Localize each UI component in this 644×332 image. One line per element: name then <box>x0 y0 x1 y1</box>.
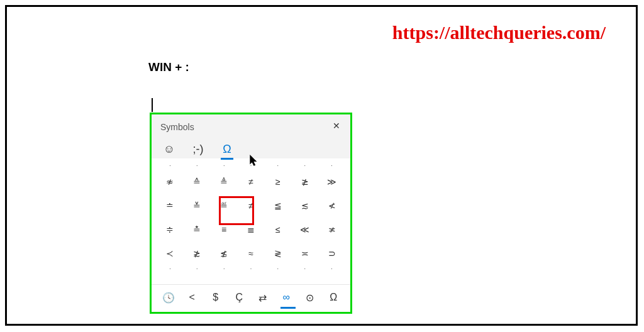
category-recent[interactable]: 🕓 <box>157 287 180 307</box>
symbol-cell[interactable]: · <box>157 265 184 272</box>
symbol-cell[interactable]: ≭ <box>318 218 345 241</box>
symbol-cell[interactable]: ≺ <box>157 241 184 265</box>
symbol-cell[interactable]: · <box>264 161 291 170</box>
smile-icon: ☺ <box>164 143 175 156</box>
symbol-cell[interactable]: ≫ <box>318 170 345 194</box>
symbol-cell[interactable]: ≡ <box>211 218 238 241</box>
symbol-cell[interactable]: ≦ <box>264 194 291 218</box>
symbol-cell[interactable]: ≑ <box>157 218 184 241</box>
close-icon: ✕ <box>333 121 340 131</box>
symbol-cell[interactable]: ≝ <box>211 194 238 218</box>
tab-symbols[interactable]: Ω <box>219 140 235 158</box>
clock-icon: 🕓 <box>162 292 175 304</box>
infinity-icon: ∞ <box>283 292 290 303</box>
symbol-cell[interactable]: ≥ <box>264 170 291 194</box>
symbol-cell[interactable]: ≠ <box>238 170 265 194</box>
dollar-icon: $ <box>213 292 218 303</box>
text-caret <box>152 98 153 112</box>
symbol-cell[interactable]: ≛ <box>184 218 211 241</box>
screenshot-frame: https://alltechqueries.com/ WIN + : Symb… <box>5 5 638 326</box>
symbol-cell[interactable]: ≵ <box>184 241 211 265</box>
cedilla-icon: Ç <box>235 292 243 303</box>
symbol-cell[interactable]: ≮ <box>318 194 345 218</box>
symbol-cell[interactable]: ≚ <box>184 194 211 218</box>
symbol-cell[interactable]: ≐ <box>157 194 184 218</box>
close-button[interactable]: ✕ <box>331 121 341 131</box>
symbol-cell[interactable]: ≤ <box>264 218 291 241</box>
arrows-icon: ⇄ <box>258 292 267 304</box>
omega-icon: Ω <box>223 143 231 156</box>
circle-dot-icon: ⊙ <box>306 292 314 304</box>
symbol-cell[interactable]: · <box>211 265 238 272</box>
symbol-cell[interactable]: · <box>318 161 345 170</box>
symbol-cell[interactable]: · <box>291 265 318 272</box>
category-currency[interactable]: $ <box>204 287 228 307</box>
symbol-cell[interactable]: · <box>211 161 238 170</box>
shortcut-text: WIN + : <box>148 60 189 74</box>
symbol-cell[interactable]: ≷ <box>264 241 291 265</box>
category-latin[interactable]: Ç <box>228 287 252 307</box>
panel-header: Symbols ✕ ☺ ;-) Ω <box>152 114 350 158</box>
panel-title: Symbols <box>160 122 341 132</box>
symbol-cell[interactable]: ≍ <box>291 241 318 265</box>
symbol-cell[interactable]: ≣ <box>238 218 265 241</box>
category-math[interactable]: ∞ <box>275 287 299 307</box>
symbol-cell[interactable]: · <box>318 265 345 272</box>
category-arrows[interactable]: ⇄ <box>251 287 275 307</box>
symbols-scroll-area[interactable]: · · · · · · · ≉ ≙ ≜ ≠ ≥ ≱ ≫ ≐ ≚ ≝ ≠ ≦ <box>152 158 350 284</box>
symbols-grid: · · · · · · · ≉ ≙ ≜ ≠ ≥ ≱ ≫ ≐ ≚ ≝ ≠ ≦ <box>157 161 345 272</box>
symbol-cell[interactable]: ≱ <box>291 170 318 194</box>
symbol-cell[interactable]: · <box>291 161 318 170</box>
symbol-cell[interactable]: ≪ <box>291 218 318 241</box>
mouse-cursor-icon <box>250 155 258 167</box>
symbol-cell-not-equal[interactable]: ≠ <box>238 194 265 218</box>
watermark-url: https://alltechqueries.com/ <box>392 22 606 43</box>
symbol-cell[interactable]: ≜ <box>211 170 238 194</box>
category-geometric[interactable]: ⊙ <box>298 287 322 307</box>
tab-emoji[interactable]: ☺ <box>162 140 177 158</box>
symbol-cell[interactable]: ≙ <box>184 170 211 194</box>
symbol-cell[interactable]: · <box>264 265 291 272</box>
symbol-cell[interactable]: ≈ <box>238 241 265 265</box>
symbol-cell[interactable]: · <box>184 161 211 170</box>
omega-small-icon: Ω <box>330 292 337 303</box>
symbol-cell[interactable]: · <box>157 161 184 170</box>
symbol-cell[interactable]: ≲ <box>291 194 318 218</box>
category-language[interactable]: Ω <box>322 287 346 307</box>
tab-kaomoji[interactable]: ;-) <box>191 140 206 158</box>
symbol-cell[interactable]: · <box>184 265 211 272</box>
symbol-cell[interactable]: ⊃ <box>318 241 345 265</box>
symbol-cell[interactable]: ≉ <box>157 170 184 194</box>
category-punct[interactable]: < <box>180 287 204 307</box>
symbol-cell[interactable]: ≴ <box>211 241 238 265</box>
symbol-cell[interactable]: · <box>238 265 265 272</box>
category-bar: 🕓 < $ Ç ⇄ ∞ ⊙ Ω <box>152 284 350 310</box>
angle-icon: < <box>189 292 195 303</box>
emoji-symbols-panel: Symbols ✕ ☺ ;-) Ω · <box>150 113 352 314</box>
kaomoji-icon: ;-) <box>193 143 204 156</box>
